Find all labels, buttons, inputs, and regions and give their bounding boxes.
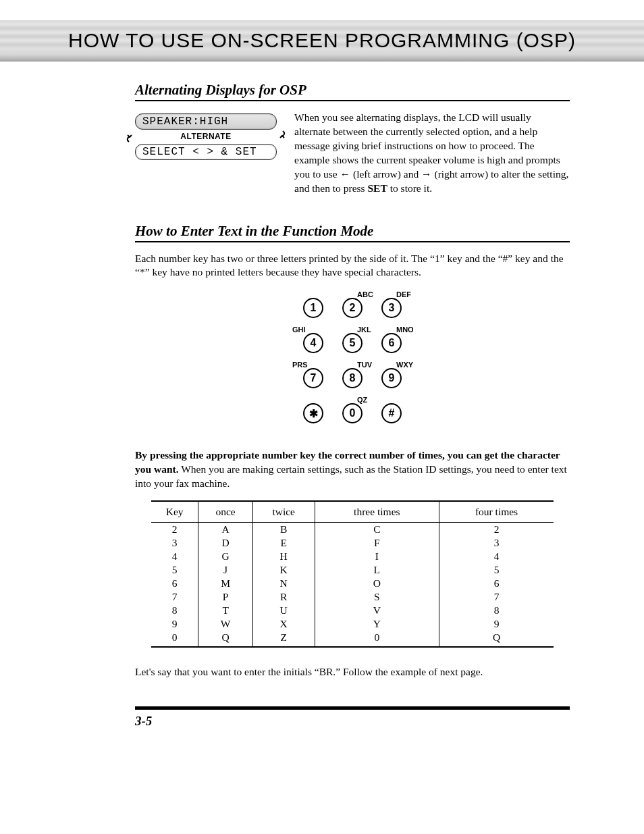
table-cell: 2 [151,523,198,537]
table-cell: 7 [439,590,554,604]
key-cell: PRS7 [294,361,333,396]
key-letters-label: TUV [357,361,372,369]
lcd-display-top: SPEAKER:HIGH [135,113,277,130]
lcd-display-bottom: SELECT < > & SET [135,144,277,160]
table-header-cell: four times [439,501,554,523]
table-cell: K [252,563,315,577]
table-cell: F [315,536,439,550]
table-header-cell: three times [315,501,439,523]
lcd-explanation-text: When you see alternating displays, the L… [294,111,570,196]
table-cell: 9 [151,617,198,631]
table-row: 0QZ0Q [151,631,554,647]
table-cell: D [198,536,252,550]
lcd-example-block: SPEAKER:HIGH ALTERNATE SELECT < > & SET … [135,111,570,196]
table-cell: B [252,523,315,537]
key-button: # [381,403,402,423]
table-header-cell: Key [151,501,198,523]
table-cell: V [315,604,439,617]
table-cell: 0 [315,631,439,647]
key-letters-label: GHI [292,325,306,334]
section-heading-alternating: Alternating Displays for OSP [135,82,570,101]
table-cell: X [252,617,315,631]
table-cell: 8 [151,604,198,617]
key-cell: TUV8 [333,361,372,396]
table-cell: O [315,577,439,590]
page-number: 3-5 [135,714,644,729]
table-row: 5JKL5 [151,563,554,577]
table-cell: 3 [151,536,198,550]
banner-title: HOW TO USE ON-SCREEN PROGRAMMING (OSP) [68,29,576,52]
table-cell: S [315,590,439,604]
table-cell: Y [315,617,439,631]
key-button: 4 [303,333,323,353]
section-heading-enter-text: How to Enter Text in the Function Mode [135,223,570,242]
table-cell: J [198,563,252,577]
table-cell: 5 [151,563,198,577]
key-letters-label: MNO [396,325,414,334]
key-button: 3 [381,298,402,318]
enter-text-intro: Each number key has two or three letters… [135,252,570,280]
table-cell: A [198,523,252,537]
table-row: 8TUV8 [151,604,554,617]
keypad-figure: 1ABC2DEF3GHI4JKL5MNO6PRS7TUV8WXY9✱QZ0# [135,290,570,431]
table-cell: 9 [439,617,554,631]
table-cell: G [198,550,252,563]
table-cell: E [252,536,315,550]
table-row: 4GHI4 [151,550,554,563]
table-cell: 5 [439,563,554,577]
table-cell: I [315,550,439,563]
table-header-cell: once [198,501,252,523]
key-button: ✱ [303,403,323,423]
table-header-row: Keyoncetwicethree timesfour times [151,501,554,523]
table-cell: U [252,604,315,617]
key-cell: MNO6 [372,325,411,361]
key-cell: DEF3 [372,290,411,325]
key-button: 8 [342,368,363,388]
key-cell: QZ0 [333,396,372,431]
key-letters-label: JKL [357,325,371,334]
content-area: Alternating Displays for OSP SPEAKER:HIG… [0,61,644,679]
key-button: 1 [303,298,323,318]
key-cell: # [372,396,411,431]
table-cell: T [198,604,252,617]
table-cell: Z [252,631,315,647]
table-cell: 6 [151,577,198,590]
table-row: 3DEF3 [151,536,554,550]
footer-rule [135,706,570,710]
table-cell: 8 [439,604,554,617]
table-cell: W [198,617,252,631]
table-row: 9WXY9 [151,617,554,631]
keypad-grid: 1ABC2DEF3GHI4JKL5MNO6PRS7TUV8WXY9✱QZ0# [294,290,411,431]
lcd-explanation: When you see alternating displays, the L… [294,111,570,196]
key-letters-label: DEF [396,290,411,298]
enter-text-outro: Let's say that you want to enter the ini… [135,665,570,679]
table-row: 2ABC2 [151,523,554,537]
table-cell: 6 [439,577,554,590]
table-cell: 3 [439,536,554,550]
table-cell: P [198,590,252,604]
key-cell: JKL5 [333,325,372,361]
key-cell: GHI4 [294,325,333,361]
key-cell: ABC2 [333,290,372,325]
table-cell: Q [439,631,554,647]
table-cell: L [315,563,439,577]
table-cell: C [315,523,439,537]
table-cell: N [252,577,315,590]
table-row: 6MNO6 [151,577,554,590]
table-row: 7PRS7 [151,590,554,604]
enter-text-para2: By pressing the appropriate number key t… [135,448,570,491]
table-header-cell: twice [252,501,315,523]
key-cell: 1 [294,290,333,325]
key-letters-label: WXY [396,361,413,369]
table-cell: R [252,590,315,604]
table-cell: Q [198,631,252,647]
table-cell: 7 [151,590,198,604]
key-letters-label: QZ [357,396,367,404]
key-letters-label: PRS [292,361,308,369]
key-button: 6 [381,333,402,353]
character-table-wrap: Keyoncetwicethree timesfour times 2ABC23… [151,500,554,648]
key-button: 7 [303,368,323,388]
key-letters-label: ABC [357,290,373,298]
lcd-alternate-label: ALTERNATE [135,132,277,141]
key-button: 2 [342,298,363,318]
